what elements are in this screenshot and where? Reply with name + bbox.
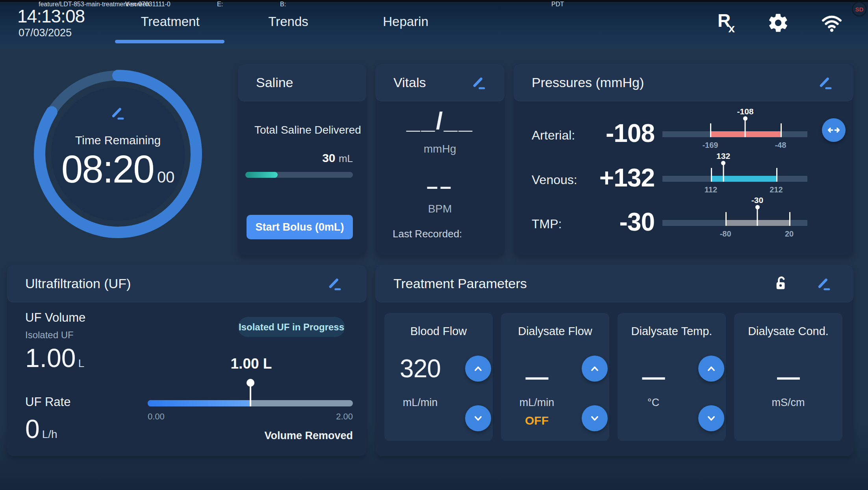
pressures-card-header: Pressures (mmHg) — [514, 64, 853, 101]
blood-pressure-placeholder: __/__ — [375, 106, 504, 134]
uf-volume-value: 1.00L — [25, 343, 84, 373]
tmp-gauge: -30 -80 20 — [662, 220, 807, 226]
arterial-value: -108 — [529, 119, 655, 148]
arterial-pressure-row: Arterial: -108 -108 -169 -48 — [514, 116, 853, 160]
wifi-indicator[interactable] — [819, 10, 844, 35]
timezone-label: PDT — [551, 1, 564, 8]
blood-flow-decrease-button[interactable] — [465, 405, 491, 431]
treatment-parameters-card: Treatment Parameters Blood Flow 320 mL/m… — [375, 265, 853, 456]
arterial-marker — [745, 118, 746, 137]
dialysate-flow-increase-button[interactable] — [582, 356, 608, 382]
tmp-marker — [757, 207, 758, 226]
time-remaining-widget: Time Remaining 08:2000 — [28, 64, 208, 244]
chevron-up-icon — [705, 362, 718, 375]
build-version-text: Ven-07031111-0 — [125, 1, 171, 8]
uf-volume-label: UF Volume — [25, 311, 85, 325]
ultrafiltration-card: Ultrafiltration (UF) UF Volume Isolated … — [7, 265, 367, 456]
dialysate-flow-value: — — [501, 363, 573, 390]
active-tab-indicator — [115, 40, 224, 43]
dialysate-flow-tile: Dialysate Flow — mL/min OFF — [501, 313, 609, 441]
chevron-down-icon — [705, 412, 718, 425]
uf-slider-max-label: 2.00 — [336, 412, 353, 422]
venous-min-label: 112 — [705, 185, 717, 194]
left-right-arrows-icon — [826, 123, 841, 138]
dialysate-temp-decrease-button[interactable] — [698, 405, 724, 431]
top-bar: feature/LDT-853-main-treatment-screen Ve… — [0, 0, 868, 48]
tp-edit-button[interactable] — [816, 275, 833, 293]
clock-time: 14:13:08 — [17, 6, 85, 27]
venous-gauge: 132 112 212 — [662, 176, 807, 182]
vitals-edit-button[interactable] — [471, 74, 488, 91]
pencil-icon — [109, 104, 127, 122]
venous-value: +132 — [529, 163, 655, 192]
dialysate-flow-unit: mL/min — [501, 397, 573, 409]
dialysate-temp-value: — — [618, 363, 689, 390]
saline-delivered-label: Total Saline Delivered — [254, 124, 361, 136]
saline-title: Saline — [256, 75, 293, 90]
parameters-lock-button[interactable] — [772, 274, 791, 293]
dialysate-temp-increase-button[interactable] — [698, 356, 724, 382]
tmp-max-label: 20 — [785, 229, 794, 238]
blood-flow-value: 320 — [384, 354, 456, 383]
heart-rate-placeholder: –– — [375, 174, 504, 198]
prescription-button[interactable]: Rx — [714, 10, 739, 35]
arterial-max-tick — [781, 123, 782, 137]
dialysate-cond-title: Dialysate Cond. — [734, 325, 842, 338]
dialysate-cond-unit: mS/cm — [734, 397, 842, 409]
dialysate-cond-tile: Dialysate Cond. — mS/cm — [734, 313, 842, 441]
sd-card-badge: SD — [852, 2, 867, 17]
uf-volume-sublabel: Isolated UF — [25, 330, 74, 341]
arterial-min-tick — [710, 123, 711, 137]
blood-pressure-unit: mmHg — [375, 143, 504, 155]
blood-flow-title: Blood Flow — [384, 325, 493, 338]
saline-card: Saline Total Saline Delivered 30 mL Star… — [238, 64, 366, 255]
tab-heparin[interactable]: Heparin — [383, 14, 428, 29]
uf-edit-button[interactable] — [326, 275, 344, 293]
volume-removed-caption: Volume Removed — [264, 430, 353, 442]
tmp-marker-label: -30 — [751, 196, 763, 205]
last-recorded-label: Last Recorded: — [393, 228, 462, 240]
tmp-max-tick — [789, 212, 790, 226]
saline-delivered-value: 30 mL — [322, 151, 353, 165]
gear-icon — [767, 12, 789, 34]
dialysate-temp-unit: °C — [618, 397, 689, 409]
blood-flow-increase-button[interactable] — [465, 356, 491, 382]
dialysate-temp-title: Dialysate Temp. — [618, 325, 726, 338]
tmp-min-tick — [725, 212, 727, 226]
uf-card-header: Ultrafiltration (UF) — [7, 265, 367, 302]
wifi-icon — [820, 12, 844, 34]
tab-trends[interactable]: Trends — [268, 14, 308, 29]
arterial-gauge: -108 -169 -48 — [662, 131, 807, 137]
pencil-icon — [817, 74, 835, 91]
pencil-icon — [816, 275, 833, 293]
chevron-down-icon — [471, 412, 485, 425]
vitals-title: Vitals — [393, 75, 426, 90]
timer-minutes: 08:20 — [61, 147, 154, 191]
venous-limit-band — [711, 176, 776, 182]
uf-title: Ultrafiltration (UF) — [25, 276, 131, 291]
blood-flow-tile: Blood Flow 320 mL/min — [384, 313, 493, 441]
dialysate-temp-tile: Dialysate Temp. — °C — [618, 313, 726, 441]
uf-volume-slider-thumb[interactable] — [250, 382, 251, 406]
timer-edit-button[interactable] — [109, 104, 127, 122]
saline-card-header: Saline — [238, 64, 366, 101]
pressure-limits-shift-button[interactable] — [822, 118, 846, 142]
tp-card-header: Treatment Parameters — [375, 265, 853, 302]
venous-max-label: 212 — [770, 185, 783, 194]
pressures-edit-button[interactable] — [817, 74, 835, 91]
pencil-icon — [471, 74, 488, 91]
start-bolus-button[interactable]: Start Bolus (0mL) — [247, 215, 353, 239]
venous-marker — [723, 163, 724, 182]
uf-rate-label: UF Rate — [25, 395, 70, 409]
tab-treatment[interactable]: Treatment — [141, 14, 199, 29]
uf-volume-slider-fill — [148, 400, 250, 406]
heart-rate-unit: BPM — [375, 203, 504, 215]
dialysate-flow-decrease-button[interactable] — [582, 405, 608, 431]
dialysate-flow-title: Dialysate Flow — [501, 325, 609, 338]
arterial-min-label: -169 — [702, 141, 718, 150]
arterial-max-label: -48 — [775, 141, 786, 150]
timer-value: 08:2000 — [51, 147, 185, 192]
chevron-down-icon — [588, 412, 601, 425]
dialysate-flow-status: OFF — [501, 414, 573, 427]
settings-button[interactable] — [766, 10, 791, 35]
